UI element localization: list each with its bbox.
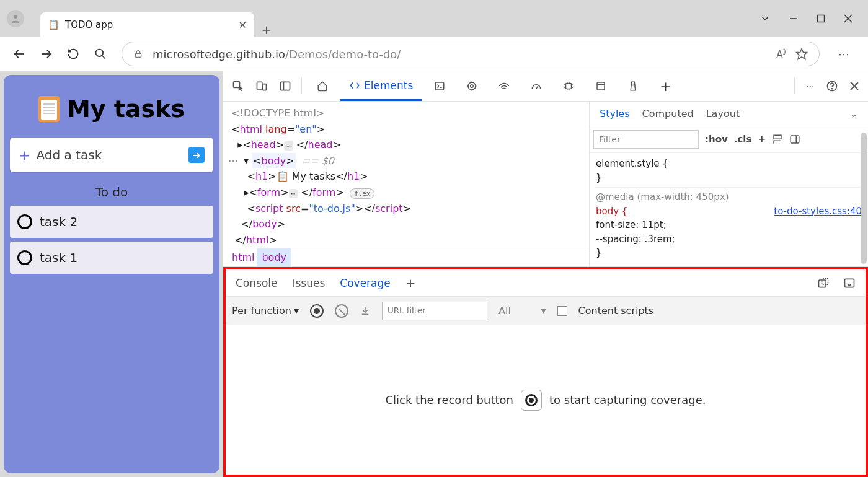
granularity-dropdown[interactable]: Per function ▾: [232, 305, 299, 317]
tab-title: TODO app: [65, 19, 232, 30]
more-tabs-button[interactable]: +: [651, 71, 680, 101]
profile-button[interactable]: [0, 0, 31, 37]
caret-down-icon: ▾: [541, 305, 546, 317]
toggle-hov[interactable]: :hov: [705, 134, 728, 145]
drawer-tab-coverage[interactable]: Coverage: [340, 277, 390, 289]
user-icon: [7, 10, 24, 27]
app-heading: My tasks: [10, 95, 213, 123]
activity-bar-icon[interactable]: [275, 76, 295, 96]
task-item[interactable]: task 1: [10, 242, 213, 274]
minimize-button[interactable]: [789, 14, 798, 23]
task-label: task 2: [40, 214, 78, 229]
tab-memory[interactable]: [554, 71, 583, 101]
svg-rect-16: [436, 82, 445, 90]
styles-tab-computed[interactable]: Computed: [642, 108, 694, 120]
window-controls: [744, 0, 868, 37]
url-filter-input[interactable]: [382, 302, 487, 320]
close-devtools-button[interactable]: [849, 81, 859, 91]
plus-icon: +: [19, 147, 30, 163]
browser-tab[interactable]: 📋 TODO app ✕: [40, 12, 254, 37]
read-aloud-icon[interactable]: A⟫: [776, 48, 786, 60]
svg-rect-9: [135, 53, 141, 57]
tab-application[interactable]: [587, 71, 615, 101]
search-button[interactable]: [94, 48, 109, 60]
content-scripts-checkbox[interactable]: [557, 306, 567, 316]
scrollbar[interactable]: [861, 133, 867, 264]
svg-point-0: [14, 15, 17, 19]
dock-icon[interactable]: [817, 277, 830, 289]
styles-filter-input[interactable]: [593, 130, 699, 149]
task-item[interactable]: task 2: [10, 206, 213, 238]
tab-sources[interactable]: [458, 71, 486, 101]
clipboard-icon: 📋: [48, 19, 59, 30]
styles-rules[interactable]: element.style { } @media (max-width: 450…: [590, 153, 868, 264]
favorite-button[interactable]: [795, 48, 808, 60]
content-scripts-label: Content scripts: [578, 305, 654, 317]
caret-down-icon: ▾: [294, 305, 299, 317]
styles-tab-styles[interactable]: Styles: [600, 108, 630, 120]
forward-button[interactable]: [40, 47, 55, 61]
clear-button[interactable]: [335, 304, 348, 318]
drawer-tab-issues[interactable]: Issues: [293, 277, 326, 289]
export-button[interactable]: [360, 305, 371, 317]
svg-rect-13: [263, 84, 267, 90]
new-tab-button[interactable]: +: [254, 22, 279, 37]
chevron-down-icon[interactable]: [760, 13, 771, 24]
svg-point-7: [96, 50, 104, 57]
device-emulation-icon[interactable]: [252, 76, 272, 96]
tab-lighthouse[interactable]: [619, 71, 647, 101]
checkbox-icon[interactable]: [17, 214, 32, 229]
close-window-button[interactable]: [844, 14, 852, 23]
page-content: My tasks + Add a task ➜ To do task 2 tas…: [0, 71, 223, 477]
settings-icon[interactable]: ⋯: [806, 81, 815, 91]
svg-marker-10: [797, 49, 807, 59]
drawer-tab-console[interactable]: Console: [236, 277, 278, 289]
source-link[interactable]: to-do-styles.css:40: [774, 204, 862, 219]
coverage-toolbar: Per function ▾ All ▾ Content scripts: [226, 297, 866, 325]
tab-performance[interactable]: [522, 71, 551, 101]
record-button-hint[interactable]: [521, 390, 542, 411]
add-task-placeholder: Add a task: [36, 147, 102, 162]
svg-rect-25: [566, 84, 572, 89]
browser-navbar: microsoftedge.github.io/Demos/demo-to-do…: [0, 37, 868, 71]
add-task-input[interactable]: + Add a task ➜: [10, 138, 213, 172]
browser-titlebar: 📋 TODO app ✕ +: [0, 0, 868, 37]
svg-point-19: [468, 82, 476, 90]
refresh-button[interactable]: [67, 48, 82, 60]
back-button[interactable]: [12, 47, 27, 61]
tab-network[interactable]: [490, 71, 518, 101]
styles-pane: Styles Computed Layout ⌄ :hov .cls + ele…: [589, 102, 868, 266]
inspect-element-icon[interactable]: [228, 76, 248, 96]
tab-welcome[interactable]: [308, 71, 337, 101]
chevron-down-icon[interactable]: ⌄: [850, 108, 858, 120]
close-tab-button[interactable]: ✕: [239, 19, 247, 31]
svg-rect-45: [822, 278, 828, 284]
new-style-rule-button[interactable]: +: [758, 134, 766, 145]
flexbox-icon[interactable]: [772, 134, 783, 145]
expand-drawer-icon[interactable]: [843, 277, 856, 289]
toggle-cls[interactable]: .cls: [734, 134, 752, 145]
checkbox-icon[interactable]: [17, 250, 32, 265]
address-bar[interactable]: microsoftedge.github.io/Demos/demo-to-do…: [122, 42, 820, 66]
svg-rect-12: [257, 82, 262, 89]
dom-breadcrumb[interactable]: html body: [228, 248, 589, 266]
devtools-drawer: Console Issues Coverage + Per function ▾…: [223, 267, 868, 477]
svg-rect-34: [597, 82, 604, 90]
coverage-hint-before: Click the record button: [386, 393, 513, 406]
type-filter-dropdown[interactable]: All ▾: [498, 305, 546, 317]
styles-tab-layout[interactable]: Layout: [706, 108, 740, 120]
tab-console[interactable]: [425, 71, 454, 101]
drawer-more-tabs[interactable]: +: [405, 276, 416, 291]
more-button[interactable]: ⋯: [838, 48, 849, 61]
svg-point-38: [832, 89, 833, 89]
svg-rect-42: [790, 136, 799, 143]
coverage-hint-after: to start capturing coverage.: [549, 393, 706, 406]
help-icon[interactable]: [826, 80, 838, 92]
submit-task-button[interactable]: ➜: [188, 147, 205, 163]
maximize-button[interactable]: [817, 14, 825, 23]
record-button[interactable]: [310, 304, 324, 318]
url-text: microsoftedge.github.io/Demos/demo-to-do…: [153, 48, 767, 61]
toggle-sidebar-icon[interactable]: [789, 134, 800, 145]
elements-dom-tree[interactable]: <!DOCTYPE html> <html lang="en"> ▸<head>…: [223, 102, 589, 266]
tab-elements[interactable]: Elements: [340, 71, 422, 101]
